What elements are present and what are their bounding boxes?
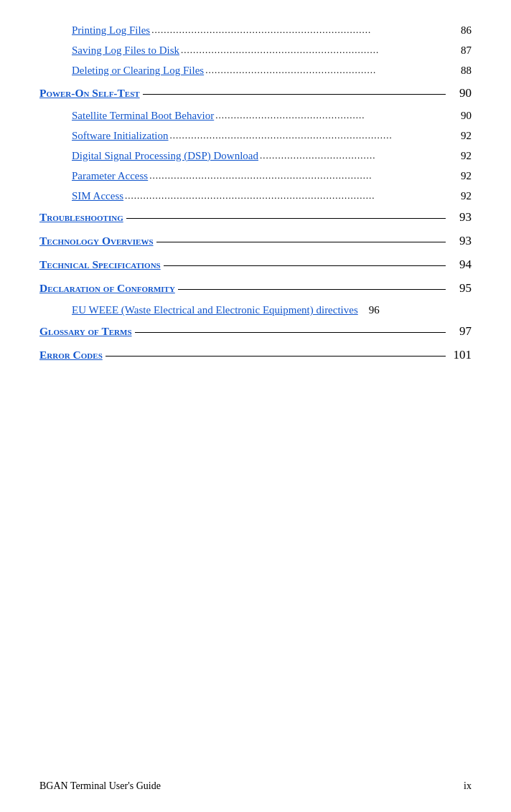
- section-row-tech-overviews: Technology Overviews 93: [39, 231, 472, 252]
- declaration-link[interactable]: Declaration of Conformity: [39, 282, 175, 294]
- param-link[interactable]: Parameter Access: [72, 170, 148, 181]
- saving-log-files-label[interactable]: Saving Log Files to Disk: [72, 42, 179, 59]
- declaration-label[interactable]: Declaration of Conformity: [39, 279, 175, 298]
- post-section-page: 90: [449, 83, 472, 104]
- toc-dots-boot: ........................................…: [215, 108, 450, 123]
- sw-init-page-num: 92: [451, 127, 472, 144]
- toc-row-sim: SIM Access .............................…: [39, 187, 472, 204]
- tech-specs-dots: [164, 265, 446, 266]
- page-footer: BGAN Terminal User's Guide ix: [39, 780, 472, 792]
- error-codes-dots: [106, 356, 446, 357]
- toc-dots-printing: ........................................…: [151, 23, 450, 38]
- sim-label[interactable]: SIM Access: [72, 187, 123, 204]
- tech-specs-label[interactable]: Technical Specifications: [39, 255, 161, 275]
- troubleshooting-link[interactable]: Troubleshooting: [39, 211, 123, 223]
- dsp-label[interactable]: Digital Signal Processing (DSP) Download: [72, 147, 258, 164]
- toc-row-dsp: Digital Signal Processing (DSP) Download…: [39, 147, 472, 164]
- satellite-boot-label[interactable]: Satellite Terminal Boot Behavior: [72, 107, 214, 124]
- eu-weee-link[interactable]: EU WEEE (Waste Electrical and Electronic…: [72, 304, 358, 316]
- param-label[interactable]: Parameter Access: [72, 167, 148, 184]
- section-row-glossary: Glossary of Terms 97: [39, 321, 472, 342]
- glossary-link[interactable]: Glossary of Terms: [39, 325, 132, 337]
- saving-page-num: 87: [451, 42, 472, 59]
- page-content: Printing Log Files .....................…: [0, 0, 511, 412]
- section-row-error-codes: Error Codes 101: [39, 345, 472, 366]
- deleting-log-files-label[interactable]: Deleting or Clearing Log Files: [72, 62, 204, 79]
- sw-init-label[interactable]: Software Initialization: [72, 127, 169, 144]
- post-section-link[interactable]: Power-On Self-Test: [39, 87, 140, 99]
- toc-row-printing: Printing Log Files .....................…: [39, 22, 472, 39]
- footer-right: ix: [464, 780, 472, 792]
- glossary-label[interactable]: Glossary of Terms: [39, 322, 132, 341]
- param-page-num: 92: [451, 167, 472, 184]
- error-codes-link[interactable]: Error Codes: [39, 349, 103, 361]
- toc-row-boot: Satellite Terminal Boot Behavior .......…: [39, 107, 472, 124]
- tech-overviews-page: 93: [449, 231, 472, 252]
- tech-overviews-link[interactable]: Technology Overviews: [39, 235, 154, 247]
- footer-left: BGAN Terminal User's Guide: [39, 780, 161, 792]
- tech-specs-link[interactable]: Technical Specifications: [39, 258, 161, 270]
- glossary-dots: [135, 332, 446, 333]
- error-codes-label[interactable]: Error Codes: [39, 346, 103, 365]
- section-row-post: Power-On Self-Test 90: [39, 83, 472, 104]
- toc-dots-deleting: ........................................…: [205, 63, 450, 78]
- toc-dots-sim: ........................................…: [125, 189, 450, 204]
- toc-row-eu-weee: EU WEEE (Waste Electrical and Electronic…: [39, 301, 472, 318]
- declaration-page: 95: [449, 278, 472, 299]
- toc-row-deleting: Deleting or Clearing Log Files .........…: [39, 62, 472, 79]
- toc-row-param: Parameter Access .......................…: [39, 167, 472, 184]
- sim-link[interactable]: SIM Access: [72, 190, 123, 202]
- deleting-log-files-link[interactable]: Deleting or Clearing Log Files: [72, 65, 204, 76]
- tech-specs-page: 94: [449, 255, 472, 275]
- troubleshooting-page: 93: [449, 207, 472, 228]
- troubleshooting-dots: [126, 218, 446, 219]
- printing-log-files-label[interactable]: Printing Log Files: [72, 22, 150, 39]
- toc-row-sw-init: Software Initialization ................…: [39, 127, 472, 144]
- satellite-boot-link[interactable]: Satellite Terminal Boot Behavior: [72, 110, 214, 121]
- printing-log-files-link[interactable]: Printing Log Files: [72, 24, 150, 36]
- declaration-dots: [178, 289, 446, 290]
- toc-row-saving: Saving Log Files to Disk ...............…: [39, 42, 472, 59]
- section-row-declaration: Declaration of Conformity 95: [39, 278, 472, 299]
- section-row-tech-specs: Technical Specifications 94: [39, 255, 472, 275]
- toc-dots-sw-init: ........................................…: [170, 128, 450, 143]
- saving-log-files-link[interactable]: Saving Log Files to Disk: [72, 44, 179, 56]
- eu-weee-label[interactable]: EU WEEE (Waste Electrical and Electronic…: [72, 301, 358, 318]
- toc-dots-param: ........................................…: [149, 169, 450, 184]
- troubleshooting-label[interactable]: Troubleshooting: [39, 208, 123, 227]
- toc-dots-dsp: ......................................: [260, 148, 450, 164]
- boot-page-num: 90: [451, 107, 472, 124]
- error-codes-page: 101: [449, 345, 472, 366]
- toc-dots-saving: ........................................…: [181, 43, 450, 58]
- tech-overviews-dots: [156, 242, 446, 242]
- section-row-troubleshooting: Troubleshooting 93: [39, 207, 472, 228]
- eu-weee-page: 96: [360, 301, 380, 318]
- glossary-page: 97: [449, 321, 472, 342]
- post-section-label[interactable]: Power-On Self-Test: [39, 84, 140, 103]
- printing-page-num: 86: [451, 22, 472, 39]
- sim-page-num: 92: [451, 187, 472, 204]
- sw-init-link[interactable]: Software Initialization: [72, 130, 169, 141]
- dsp-page-num: 92: [451, 147, 472, 164]
- deleting-page-num: 88: [451, 62, 472, 79]
- dsp-link[interactable]: Digital Signal Processing (DSP) Download: [72, 150, 258, 161]
- tech-overviews-label[interactable]: Technology Overviews: [39, 232, 154, 251]
- post-section-dots: [143, 94, 446, 95]
